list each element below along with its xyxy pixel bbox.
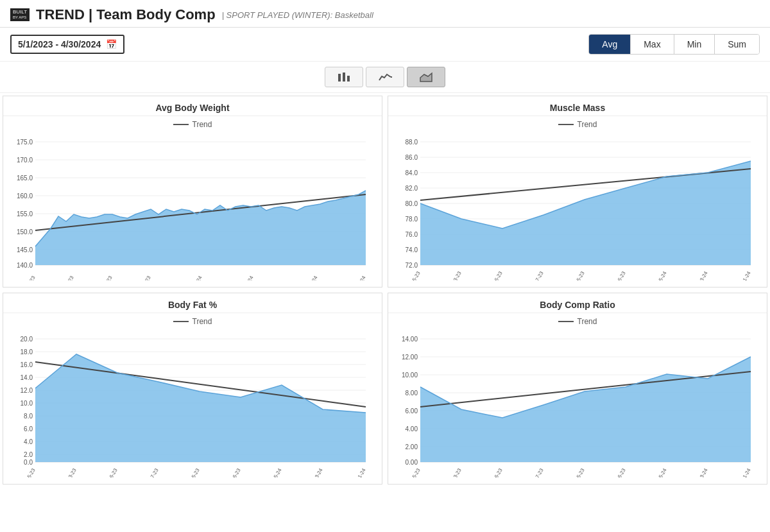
svg-text:Wk of 04-01-24: Wk of 04-01-24	[296, 275, 319, 280]
avg-body-weight-chart: 175.0 170.0 165.0 160.0 155.0 150.0 145.…	[3, 130, 382, 280]
svg-text:Wk of 09-17-23: Wk of 09-17-23	[522, 270, 545, 280]
charts-grid: Avg Body Weight Trend 175.0 170.0 165.0 …	[0, 93, 770, 487]
svg-text:145.0: 145.0	[17, 246, 33, 253]
svg-text:Wk of 07-23-23: Wk of 07-23-23	[440, 270, 463, 280]
svg-text:08-06-23: 08-06-23	[488, 467, 504, 477]
svg-text:11-26-23: 11-26-23	[227, 467, 242, 477]
svg-marker-82	[35, 354, 366, 462]
muscle-mass-title: Muscle Mass	[388, 96, 767, 116]
svg-text:02-25-24: 02-25-24	[268, 467, 283, 477]
svg-text:12.0: 12.0	[21, 387, 33, 394]
svg-text:10.00: 10.00	[402, 372, 418, 379]
svg-text:03-03-24: 03-03-24	[694, 467, 709, 477]
svg-text:Wk of 11-01-23: Wk of 11-01-23	[130, 275, 152, 280]
svg-text:4.0: 4.0	[24, 438, 33, 445]
svg-text:10-15-23: 10-15-23	[570, 467, 586, 477]
header: BUILTBY APS TREND | Team Body Comp | SPO…	[0, 0, 770, 28]
svg-text:20.0: 20.0	[21, 336, 33, 343]
legend-label: Trend	[578, 120, 597, 129]
svg-text:Wk of 06-25-23: Wk of 06-25-23	[399, 270, 422, 280]
svg-text:8.00: 8.00	[406, 390, 418, 397]
svg-text:150.0: 150.0	[17, 228, 33, 236]
area-chart-button[interactable]	[407, 67, 445, 87]
line-chart-button[interactable]	[366, 67, 404, 87]
legend-line	[173, 124, 189, 125]
svg-text:160.0: 160.0	[17, 193, 33, 200]
svg-text:2.00: 2.00	[406, 443, 418, 450]
body-fat-legend: Trend	[3, 313, 382, 327]
legend-label: Trend	[578, 317, 597, 326]
svg-text:09-17-23: 09-17-23	[529, 467, 545, 477]
svg-rect-1	[343, 73, 345, 82]
svg-text:82.0: 82.0	[406, 185, 418, 192]
calendar-icon: 📅	[106, 39, 117, 49]
legend-line	[558, 124, 574, 125]
svg-marker-49	[420, 161, 751, 265]
svg-text:04-21-24: 04-21-24	[352, 467, 367, 477]
svg-rect-0	[338, 74, 341, 82]
svg-text:04-21-24: 04-21-24	[737, 467, 752, 477]
bar-chart-button[interactable]	[325, 67, 363, 87]
svg-text:0.0: 0.0	[24, 459, 33, 466]
body-fat-title: Body Fat %	[3, 293, 382, 313]
svg-text:10-15-23: 10-15-23	[185, 467, 201, 477]
muscle-mass-legend: Trend	[388, 116, 767, 130]
svg-text:88.0: 88.0	[406, 139, 418, 146]
svg-text:Wk of 04-28-24: Wk of 04-28-24	[345, 275, 367, 280]
svg-text:74.0: 74.0	[406, 246, 418, 253]
svg-text:11-26-23: 11-26-23	[612, 467, 627, 477]
app-logo: BUILTBY APS	[10, 8, 30, 22]
svg-text:06-25-23: 06-25-23	[21, 467, 37, 477]
legend-label: Trend	[193, 120, 212, 129]
body-fat-chart: 20.0 18.0 16.0 14.0 12.0 10.0 8.0 6.0 4.…	[3, 327, 382, 477]
svg-text:07-23-23: 07-23-23	[447, 467, 463, 477]
avg-button[interactable]: Avg	[589, 35, 631, 54]
svg-text:165.0: 165.0	[17, 175, 33, 182]
svg-text:16.0: 16.0	[21, 361, 33, 368]
svg-text:Wk of 03-03-24: Wk of 03-03-24	[687, 270, 709, 280]
legend-line	[173, 321, 189, 322]
min-button[interactable]: Min	[674, 35, 715, 54]
svg-text:14.0: 14.0	[21, 374, 33, 381]
svg-text:2.0: 2.0	[24, 451, 33, 458]
avg-body-weight-legend: Trend	[3, 116, 382, 130]
svg-text:Wk of 04-21-24: Wk of 04-21-24	[730, 270, 752, 280]
max-button[interactable]: Max	[631, 35, 674, 54]
body-comp-ratio-panel: Body Comp Ratio Trend 14.00 12.00 10.00 …	[388, 293, 767, 485]
svg-text:155.0: 155.0	[17, 210, 33, 218]
svg-text:18.0: 18.0	[21, 348, 33, 356]
svg-text:10.0: 10.0	[21, 400, 33, 407]
svg-text:78.0: 78.0	[406, 216, 418, 223]
svg-text:09-17-23: 09-17-23	[144, 467, 160, 477]
svg-text:8.0: 8.0	[24, 413, 33, 420]
svg-marker-21	[35, 191, 366, 265]
svg-text:80.0: 80.0	[406, 200, 418, 207]
svg-text:07-23-23: 07-23-23	[62, 467, 78, 477]
svg-text:86.0: 86.0	[406, 154, 418, 161]
svg-text:Wk of 10-15-23: Wk of 10-15-23	[563, 270, 586, 280]
svg-text:12.00: 12.00	[402, 354, 418, 361]
stat-buttons-group: Avg Max Min Sum	[588, 34, 760, 55]
body-comp-ratio-legend: Trend	[388, 313, 767, 327]
svg-text:Wk of 03-01-24: Wk of 03-01-24	[232, 275, 255, 280]
svg-text:Wk of 08-06-23: Wk of 08-06-23	[481, 270, 504, 280]
legend-line	[558, 321, 574, 322]
avg-body-weight-panel: Avg Body Weight Trend 175.0 170.0 165.0 …	[3, 96, 382, 287]
date-range-display[interactable]: 5/1/2023 - 4/30/2024 📅	[10, 35, 124, 54]
body-comp-ratio-chart: 14.00 12.00 10.00 8.00 6.00 4.00 2.00 0.…	[388, 327, 767, 477]
svg-text:06-25-23: 06-25-23	[406, 467, 422, 477]
body-fat-panel: Body Fat % Trend 20.0 18.0 16.0 14.0 12.…	[3, 293, 382, 485]
sum-button[interactable]: Sum	[715, 35, 759, 54]
toolbar: 5/1/2023 - 4/30/2024 📅 Avg Max Min Sum	[0, 28, 770, 62]
svg-text:84.0: 84.0	[406, 169, 418, 176]
svg-text:72.0: 72.0	[406, 262, 418, 269]
svg-text:0.00: 0.00	[406, 459, 418, 466]
svg-text:08-06-23: 08-06-23	[103, 467, 119, 477]
svg-rect-2	[347, 76, 350, 82]
svg-text:03-03-24: 03-03-24	[309, 467, 324, 477]
logo-box: BUILTBY APS	[10, 8, 30, 21]
svg-text:170.0: 170.0	[17, 157, 33, 164]
date-range-text: 5/1/2023 - 4/30/2024	[18, 39, 101, 49]
svg-text:02-25-24: 02-25-24	[653, 467, 668, 477]
svg-text:Wk of 07-01-23: Wk of 07-01-23	[53, 275, 75, 280]
